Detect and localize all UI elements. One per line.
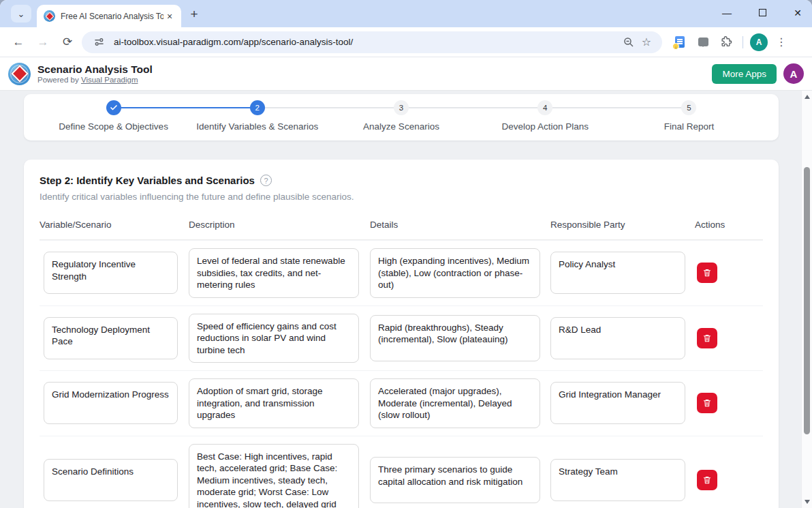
step-final-report[interactable]: 5 Final Report (617, 100, 761, 132)
table-row: Technology Deployment Pace Speed of effi… (40, 305, 763, 371)
variable-input[interactable]: Regulatory Incentive Strength (44, 252, 178, 294)
delete-row-button[interactable] (697, 470, 717, 490)
trash-icon (702, 268, 712, 278)
browser-profile-avatar[interactable]: A (750, 33, 768, 51)
delete-row-button[interactable] (697, 263, 717, 283)
step2-title: Step 2: Identify Key Variables and Scena… (40, 175, 255, 186)
help-icon[interactable]: ? (260, 175, 272, 186)
step-5-circle: 5 (681, 100, 696, 115)
tab-strip: ⌄ Free AI Scenario Analysis Tool - × + —… (0, 0, 812, 27)
step-develop-action-plans[interactable]: 4 Develop Action Plans (473, 100, 617, 132)
col-variable: Variable/Scenario (40, 220, 189, 230)
col-actions: Actions (695, 220, 763, 230)
trash-icon (702, 398, 712, 408)
step-3-circle: 3 (394, 100, 409, 115)
toolbar-separator (743, 36, 743, 48)
scroll-up-icon[interactable] (805, 95, 810, 99)
browser-toolbar: ← → ⟳ ai-toolbox.visual-paradigm.com/app… (0, 27, 812, 57)
step-3-label: Analyze Scenarios (363, 121, 439, 132)
forward-button[interactable]: → (33, 32, 53, 53)
check-icon (110, 104, 118, 112)
step-4-label: Develop Action Plans (501, 121, 589, 132)
tab-search-button[interactable]: ⌄ (11, 5, 31, 23)
delete-row-button[interactable] (697, 393, 717, 413)
responsible-input[interactable]: Strategy Team (550, 459, 685, 501)
close-window-button[interactable]: ✕ (790, 8, 805, 18)
back-button[interactable]: ← (8, 32, 29, 53)
step2-subtitle: Identify critical variables influencing … (40, 192, 763, 202)
details-input[interactable]: High (expanding incentives), Medium (sta… (370, 248, 540, 298)
extensions-puzzle-icon[interactable] (717, 33, 736, 52)
app-titles: Scenario Analysis Tool Powered by Visual… (37, 63, 712, 84)
step-identify-variables[interactable]: 2 Identify Variables & Scenarios (185, 100, 329, 132)
step-5-label: Final Report (664, 121, 715, 132)
variable-input[interactable]: Scenario Definitions (44, 459, 178, 501)
step-4-circle: 4 (537, 100, 552, 115)
responsible-input[interactable]: Grid Integration Manager (550, 382, 685, 424)
responsible-input[interactable]: Policy Analyst (550, 252, 685, 294)
description-input[interactable]: Best Case: High incentives, rapid tech, … (189, 444, 359, 508)
browser-window: ⌄ Free AI Scenario Analysis Tool - × + —… (0, 0, 812, 508)
table-row: Scenario Definitions Best Case: High inc… (40, 436, 763, 508)
col-description: Description (189, 220, 370, 230)
maximize-button[interactable] (755, 8, 770, 18)
address-bar[interactable]: ai-toolbox.visual-paradigm.com/app/scena… (82, 31, 662, 53)
powered-by: Powered by Visual Paradigm (37, 76, 712, 84)
step-2-circle: 2 (250, 100, 265, 115)
toolbar-extensions-area: ↓ A ⋮ (670, 33, 791, 52)
step-analyze-scenarios[interactable]: 3 Analyze Scenarios (329, 100, 473, 132)
col-responsible: Responsible Party (550, 220, 695, 230)
zoom-out-icon[interactable] (620, 37, 638, 48)
app-header: Scenario Analysis Tool Powered by Visual… (0, 57, 812, 91)
page-area: Define Scope & Objectives 2 Identify Var… (0, 91, 812, 508)
details-input[interactable]: Three primary scenarios to guide capital… (370, 457, 540, 503)
variable-input[interactable]: Grid Modernization Progress (44, 382, 178, 424)
user-avatar[interactable]: A (783, 63, 804, 84)
description-input[interactable]: Adoption of smart grid, storage integrat… (189, 378, 359, 428)
details-input[interactable]: Accelerated (major upgrades), Moderate (… (370, 378, 540, 428)
tab-title: Free AI Scenario Analysis Tool - (61, 12, 163, 21)
favicon-icon (44, 10, 55, 22)
maximize-icon (759, 9, 766, 16)
tab-close-icon[interactable]: × (163, 10, 176, 23)
details-input[interactable]: Rapid (breakthroughs), Steady (increment… (370, 315, 540, 361)
site-settings-icon[interactable] (90, 37, 108, 47)
description-input[interactable]: Speed of efficiency gains and cost reduc… (189, 314, 359, 363)
page-content: Define Scope & Objectives 2 Identify Var… (0, 91, 801, 508)
browser-menu-icon[interactable]: ⋮ (772, 33, 791, 52)
step-1-label: Define Scope & Objectives (59, 121, 168, 132)
docs-offline-icon[interactable]: ↓ (670, 33, 689, 52)
col-details: Details (370, 220, 550, 230)
refresh-button[interactable]: ⟳ (57, 32, 78, 53)
step-1-circle (106, 100, 121, 115)
url-text[interactable]: ai-toolbox.visual-paradigm.com/app/scena… (114, 37, 620, 47)
delete-row-button[interactable] (697, 328, 717, 348)
description-input[interactable]: Level of federal and state renewable sub… (189, 248, 359, 298)
browser-tab[interactable]: Free AI Scenario Analysis Tool - × (37, 5, 181, 27)
more-apps-button[interactable]: More Apps (712, 64, 777, 84)
bookmark-star-icon[interactable]: ☆ (638, 35, 655, 48)
table-row: Regulatory Incentive Strength Level of f… (40, 240, 763, 305)
responsible-input[interactable]: R&D Lead (550, 317, 685, 359)
chevron-down-icon: ⌄ (18, 9, 25, 19)
scrollbar-thumb[interactable] (804, 167, 810, 434)
stepper-card: Define Scope & Objectives 2 Identify Var… (24, 94, 779, 140)
trash-icon (702, 333, 712, 343)
feedback-bubble-icon[interactable] (693, 33, 713, 52)
minimize-button[interactable]: — (719, 8, 734, 18)
table-row: Grid Modernization Progress Adoption of … (40, 370, 763, 436)
app-title: Scenario Analysis Tool (37, 63, 712, 76)
app-logo-icon (8, 63, 31, 85)
vertical-scrollbar[interactable] (801, 91, 812, 508)
window-controls: — ✕ (719, 0, 805, 26)
scroll-down-icon[interactable] (805, 500, 810, 504)
table-header: Variable/Scenario Description Details Re… (40, 220, 763, 240)
stepper: Define Scope & Objectives 2 Identify Var… (42, 100, 761, 132)
step2-card: Step 2: Identify Key Variables and Scena… (24, 160, 779, 508)
step-2-label: Identify Variables & Scenarios (196, 121, 318, 132)
visual-paradigm-link[interactable]: Visual Paradigm (81, 76, 138, 84)
new-tab-button[interactable]: + (185, 5, 203, 23)
variable-input[interactable]: Technology Deployment Pace (44, 317, 178, 359)
step-define-scope[interactable]: Define Scope & Objectives (42, 100, 185, 132)
trash-icon (702, 475, 712, 485)
